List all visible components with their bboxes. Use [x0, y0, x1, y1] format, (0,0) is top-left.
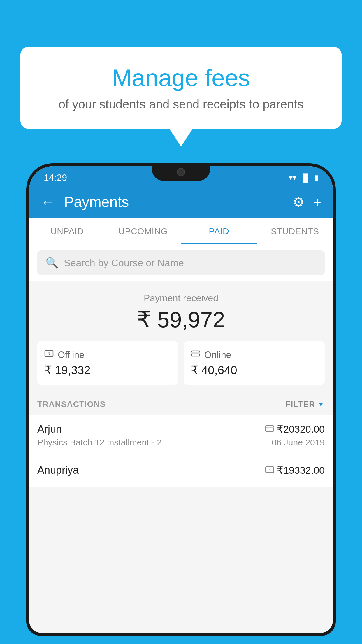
back-button[interactable]: ←	[41, 194, 55, 211]
online-label: Online	[204, 349, 231, 360]
transaction-online-icon	[265, 424, 274, 434]
speech-bubble-tail	[169, 129, 193, 146]
filter-icon: ▼	[317, 400, 325, 408]
payment-total-amount: ₹ 59,972	[37, 307, 325, 332]
phone-camera	[177, 168, 185, 176]
transaction-row-1: Arjun ₹20320.00	[37, 423, 325, 435]
phone-screen: 14:29 ▾▾ ▐▌ ▮ ← Payments ⚙ + UNPAID	[29, 166, 333, 633]
settings-icon[interactable]: ⚙	[293, 194, 305, 210]
transaction-date: 06 June 2019	[272, 438, 325, 447]
payment-cards: ₹ Offline ₹ 19,332	[37, 341, 325, 385]
transaction-row-2: Anupriya ₹ ₹19332.00	[37, 464, 325, 476]
transaction-amount-wrap: ₹20320.00	[265, 423, 325, 435]
phone-notch	[152, 166, 210, 181]
transaction-name: Arjun	[37, 423, 62, 435]
payment-summary: Payment received ₹ 59,972 ₹	[29, 281, 333, 394]
offline-amount: ₹ 19,332	[44, 363, 171, 377]
transaction-course: Physics Batch 12 Installment - 2	[37, 438, 162, 447]
transaction-amount: ₹20320.00	[277, 423, 325, 435]
speech-bubble-heading: Manage fees	[44, 64, 318, 92]
svg-rect-5	[266, 427, 274, 428]
battery-icon: ▮	[314, 173, 318, 182]
online-icon	[191, 349, 200, 360]
transaction-amount-wrap-2: ₹ ₹19332.00	[265, 464, 325, 476]
svg-text:₹: ₹	[269, 468, 271, 472]
speech-bubble-subtext: of your students and send receipts to pa…	[44, 97, 318, 111]
offline-icon: ₹	[44, 349, 54, 360]
offline-card: ₹ Offline ₹ 19,332	[37, 341, 178, 385]
transaction-offline-icon: ₹	[265, 466, 274, 475]
search-bar[interactable]: 🔍 Search by Course or Name	[37, 250, 325, 275]
search-placeholder: Search by Course or Name	[64, 257, 184, 269]
transaction-amount-2: ₹19332.00	[277, 464, 325, 476]
online-amount: ₹ 40,640	[191, 363, 318, 377]
online-card-header: Online	[191, 349, 318, 360]
app-bar: ← Payments ⚙ +	[29, 186, 333, 218]
search-container: 🔍 Search by Course or Name	[29, 244, 333, 281]
transaction-item[interactable]: Arjun ₹20320.00 Physics Batch 12 Install…	[29, 415, 333, 456]
status-time: 14:29	[44, 172, 67, 183]
search-icon: 🔍	[45, 257, 59, 269]
status-icons: ▾▾ ▐▌ ▮	[289, 173, 318, 182]
tab-students[interactable]: STUDENTS	[257, 218, 333, 244]
offline-card-header: ₹ Offline	[44, 349, 171, 360]
online-card: Online ₹ 40,640	[184, 341, 325, 385]
offline-label: Offline	[58, 349, 85, 360]
tab-upcoming[interactable]: UPCOMING	[105, 218, 181, 244]
speech-bubble: Manage fees of your students and send re…	[20, 47, 342, 129]
payment-received-label: Payment received	[37, 293, 325, 304]
transactions-label: TRANSACTIONS	[37, 400, 106, 409]
transaction-detail-row-1: Physics Batch 12 Installment - 2 06 June…	[37, 438, 325, 447]
wifi-icon: ▾▾	[289, 173, 296, 182]
add-icon[interactable]: +	[313, 194, 321, 210]
svg-text:₹: ₹	[48, 351, 50, 356]
phone-container: 14:29 ▾▾ ▐▌ ▮ ← Payments ⚙ + UNPAID	[26, 163, 336, 644]
speech-bubble-container: Manage fees of your students and send re…	[20, 47, 342, 146]
phone-frame: 14:29 ▾▾ ▐▌ ▮ ← Payments ⚙ + UNPAID	[26, 163, 336, 636]
transactions-header: TRANSACTIONS FILTER ▼	[29, 394, 333, 415]
filter-button[interactable]: FILTER ▼	[285, 400, 325, 409]
svg-rect-3	[191, 352, 200, 354]
transaction-name-2: Anupriya	[37, 464, 79, 476]
app-title: Payments	[64, 194, 284, 211]
tab-unpaid[interactable]: UNPAID	[29, 218, 105, 244]
tab-paid[interactable]: PAID	[181, 218, 257, 244]
transaction-item-2[interactable]: Anupriya ₹ ₹19332.00	[29, 456, 333, 487]
tabs: UNPAID UPCOMING PAID STUDENTS	[29, 218, 333, 244]
signal-icon: ▐▌	[300, 173, 311, 182]
